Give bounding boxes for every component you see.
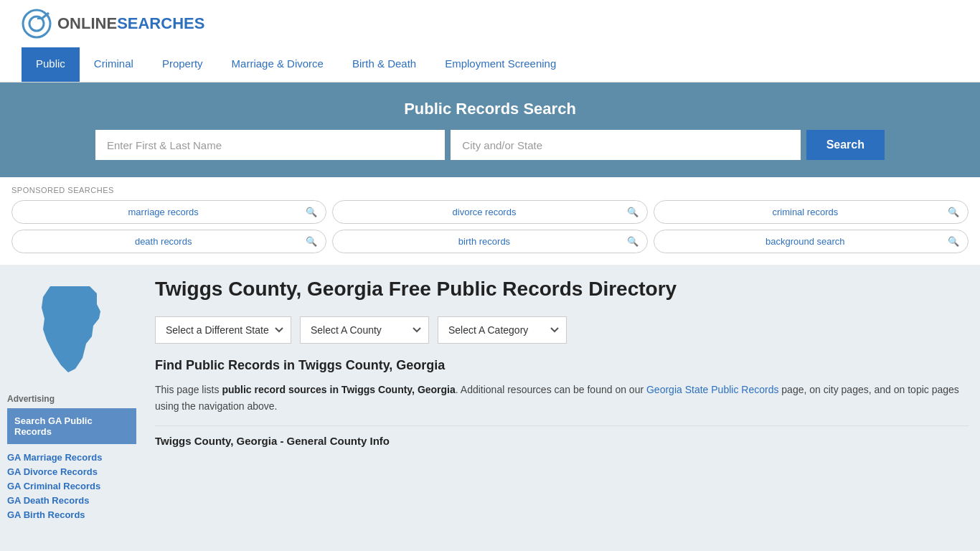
list-item: GA Marriage Records xyxy=(7,451,136,463)
sidebar-link-marriage[interactable]: GA Marriage Records xyxy=(7,452,102,463)
dropdowns-row: Select a Different State Select A County… xyxy=(155,316,969,344)
sponsored-section: SPONSORED SEARCHES marriage records 🔍 di… xyxy=(0,177,980,265)
sponsored-pill-birth[interactable]: birth records 🔍 xyxy=(332,230,647,253)
sidebar-ad-box[interactable]: Search GA Public Records xyxy=(7,408,136,444)
state-dropdown[interactable]: Select a Different State xyxy=(155,316,291,344)
sponsored-pill-marriage[interactable]: marriage records 🔍 xyxy=(11,200,326,224)
page-title: Twiggs County, Georgia Free Public Recor… xyxy=(155,276,969,302)
sponsored-link-birth[interactable]: birth records xyxy=(341,236,626,247)
directory-section: Twiggs County, Georgia Free Public Recor… xyxy=(143,265,980,537)
location-input[interactable] xyxy=(451,130,800,160)
sidebar-links: GA Marriage Records GA Divorce Records G… xyxy=(7,451,136,520)
desc-bold1: public record sources in Twiggs County, … xyxy=(222,384,455,395)
desc-part2: . Additional resources can be found on o… xyxy=(456,384,646,395)
sidebar-ad-label: Advertising xyxy=(7,394,136,404)
sponsored-pill-criminal[interactable]: criminal records 🔍 xyxy=(654,200,969,224)
county-dropdown[interactable]: Select A County xyxy=(300,316,429,344)
sidebar-link-death[interactable]: GA Death Records xyxy=(7,495,89,506)
logo-text: ONLINESEARCHES xyxy=(57,14,204,33)
nav-public[interactable]: Public xyxy=(22,47,80,82)
page-body: Advertising Search GA Public Records GA … xyxy=(0,265,980,537)
sidebar-link-birth[interactable]: GA Birth Records xyxy=(7,509,85,520)
sponsored-grid: marriage records 🔍 divorce records 🔍 cri… xyxy=(11,200,969,253)
nav-marriage-divorce[interactable]: Marriage & Divorce xyxy=(217,47,338,82)
search-icon-birth: 🔍 xyxy=(627,236,639,247)
search-banner-title: Public Records Search xyxy=(22,100,958,118)
list-item: GA Divorce Records xyxy=(7,466,136,477)
sidebar-link-divorce[interactable]: GA Divorce Records xyxy=(7,466,98,477)
find-records-title: Find Public Records in Twiggs County, Ge… xyxy=(155,358,969,373)
georgia-state-map xyxy=(29,279,115,380)
sponsored-link-criminal[interactable]: criminal records xyxy=(663,207,948,217)
search-form: Search xyxy=(95,130,885,160)
sponsored-pill-death[interactable]: death records 🔍 xyxy=(11,230,326,253)
search-button[interactable]: Search xyxy=(806,130,885,160)
search-icon-background: 🔍 xyxy=(948,236,959,247)
sponsored-link-marriage[interactable]: marriage records xyxy=(21,207,306,217)
desc-link[interactable]: Georgia State Public Records xyxy=(646,384,778,395)
sponsored-label: SPONSORED SEARCHES xyxy=(11,186,969,194)
list-item: GA Birth Records xyxy=(7,509,136,520)
name-input[interactable] xyxy=(95,130,445,160)
search-icon-criminal: 🔍 xyxy=(948,207,959,217)
logo-icon xyxy=(22,9,52,39)
logo[interactable]: ONLINESEARCHES xyxy=(22,9,204,39)
sponsored-link-death[interactable]: death records xyxy=(21,236,306,247)
sponsored-pill-background[interactable]: background search 🔍 xyxy=(654,230,969,253)
category-dropdown[interactable]: Select A Category xyxy=(438,316,567,344)
nav-criminal[interactable]: Criminal xyxy=(80,47,148,82)
sponsored-link-background[interactable]: background search xyxy=(663,236,948,247)
nav-birth-death[interactable]: Birth & Death xyxy=(338,47,430,82)
site-header: ONLINESEARCHES xyxy=(0,0,980,47)
list-item: GA Criminal Records xyxy=(7,480,136,491)
search-banner: Public Records Search Search SPONSORED S… xyxy=(0,83,980,265)
desc-part1: This page lists xyxy=(155,384,222,395)
list-item: GA Death Records xyxy=(7,494,136,506)
search-icon-divorce: 🔍 xyxy=(627,207,639,217)
nav-property[interactable]: Property xyxy=(148,47,217,82)
sponsored-link-divorce[interactable]: divorce records xyxy=(341,207,626,217)
section-subtitle: Twiggs County, Georgia - General County … xyxy=(155,425,969,447)
nav-employment[interactable]: Employment Screening xyxy=(430,47,570,82)
description: This page lists public record sources in… xyxy=(155,382,969,414)
main-nav: Public Criminal Property Marriage & Divo… xyxy=(0,47,980,83)
sponsored-pill-divorce[interactable]: divorce records 🔍 xyxy=(332,200,647,224)
sidebar-link-criminal[interactable]: GA Criminal Records xyxy=(7,481,100,491)
search-icon-death: 🔍 xyxy=(306,236,317,247)
sidebar: Advertising Search GA Public Records GA … xyxy=(0,265,143,537)
search-icon-marriage: 🔍 xyxy=(306,207,317,217)
